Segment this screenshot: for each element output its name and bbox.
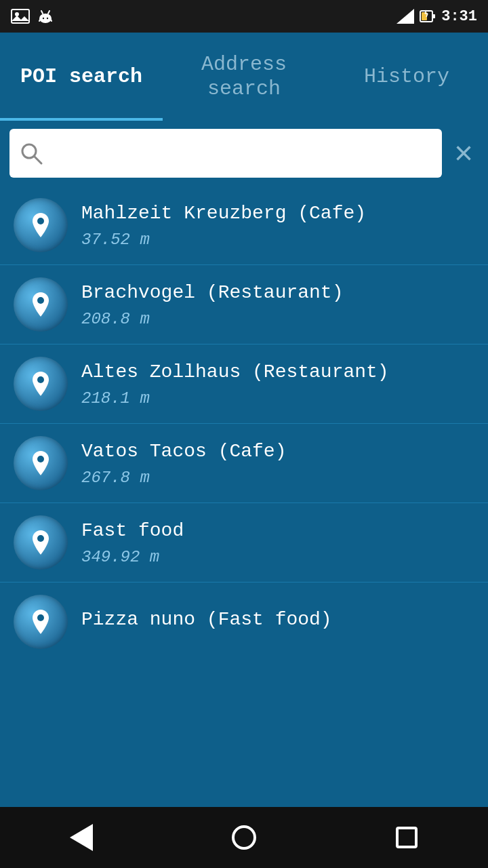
result-item[interactable]: Pizza nuno (Fast food) (0, 583, 488, 661)
home-button[interactable] (217, 810, 271, 865)
recents-icon (396, 827, 418, 848)
result-distance: 208.8 m (81, 310, 343, 328)
svg-point-7 (43, 18, 44, 19)
svg-point-21 (37, 456, 44, 462)
pin-icon-container (14, 277, 68, 332)
results-list: Mahlzeit Kreuzberg (Cafe) 37.52 m Brachv… (0, 186, 488, 807)
search-input-wrapper (9, 129, 442, 178)
result-name: Brachvogel (Restaurant) (81, 281, 343, 305)
svg-point-8 (47, 18, 48, 19)
svg-point-22 (37, 535, 44, 542)
tab-address[interactable]: Address search (163, 33, 325, 121)
result-distance: 37.52 m (81, 231, 366, 249)
pin-icon (26, 528, 56, 557)
tab-history[interactable]: History (325, 33, 488, 121)
search-bar-container: × (0, 121, 488, 186)
svg-point-23 (37, 614, 44, 621)
tab-poi[interactable]: POI search (0, 33, 163, 121)
search-input[interactable] (50, 143, 432, 164)
tab-history-label: History (364, 64, 449, 89)
back-icon (70, 824, 93, 851)
svg-point-20 (37, 376, 44, 383)
result-text: Fast food 349.92 m (81, 519, 184, 566)
svg-marker-9 (396, 9, 414, 24)
tab-bar: POI search Address search History (0, 33, 488, 121)
search-icon (19, 141, 43, 165)
pin-icon (26, 210, 56, 240)
svg-line-5 (41, 11, 43, 14)
pin-icon-container (14, 357, 68, 411)
result-name: Mahlzeit Kreuzberg (Cafe) (81, 201, 366, 226)
status-bar: 3:31 (0, 0, 488, 33)
pin-icon (26, 607, 56, 637)
home-icon (232, 825, 256, 850)
result-text: Vatos Tacos (Cafe) 267.8 m (81, 439, 286, 486)
recents-button[interactable] (380, 810, 434, 865)
svg-line-6 (48, 11, 49, 14)
result-item[interactable]: Fast food 349.92 m (0, 503, 488, 583)
result-text: Mahlzeit Kreuzberg (Cafe) 37.52 m (81, 201, 366, 248)
tab-address-label: Address search (163, 52, 325, 101)
nav-bar (0, 807, 488, 868)
result-text: Brachvogel (Restaurant) 208.8 m (81, 281, 343, 328)
pin-icon-container (14, 436, 68, 490)
result-item[interactable]: Mahlzeit Kreuzberg (Cafe) 37.52 m (0, 186, 488, 265)
result-text: Pizza nuno (Fast food) (81, 608, 332, 636)
status-bar-right: 3:31 (396, 8, 477, 25)
result-distance: 267.8 m (81, 469, 286, 487)
svg-point-19 (37, 297, 44, 304)
result-item[interactable]: Altes Zollhaus (Restaurant) 218.1 m (0, 344, 488, 424)
signal-icon (396, 9, 414, 24)
result-name: Vatos Tacos (Cafe) (81, 439, 286, 464)
result-item[interactable]: Brachvogel (Restaurant) 208.8 m (0, 265, 488, 344)
tab-poi-underline (0, 118, 163, 121)
pin-icon-container (14, 515, 68, 570)
result-text: Altes Zollhaus (Restaurant) 218.1 m (81, 360, 389, 407)
status-time: 3:31 (441, 8, 477, 25)
clear-search-button[interactable]: × (449, 137, 479, 170)
result-name: Altes Zollhaus (Restaurant) (81, 360, 389, 384)
image-icon (11, 9, 30, 24)
status-bar-left (11, 9, 53, 24)
pin-icon (26, 369, 56, 399)
battery-icon (420, 9, 436, 24)
svg-rect-11 (432, 14, 435, 18)
pin-icon (26, 290, 56, 319)
result-distance: 349.92 m (81, 548, 184, 566)
back-button[interactable] (54, 810, 108, 865)
result-name: Pizza nuno (Fast food) (81, 608, 332, 632)
android-icon (38, 9, 53, 24)
pin-icon-container (14, 198, 68, 252)
svg-point-18 (37, 218, 44, 224)
svg-line-17 (35, 157, 41, 163)
result-name: Fast food (81, 519, 184, 543)
result-item[interactable]: Vatos Tacos (Cafe) 267.8 m (0, 424, 488, 503)
clear-icon: × (454, 137, 473, 170)
result-distance: 218.1 m (81, 389, 389, 408)
pin-icon (26, 448, 56, 478)
pin-icon-container (14, 595, 68, 649)
tab-poi-label: POI search (20, 64, 142, 89)
